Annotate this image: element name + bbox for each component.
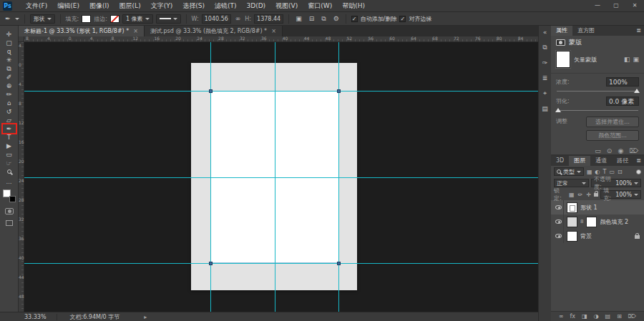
feather-slider-thumb[interactable]	[555, 108, 561, 112]
path-selection-tool[interactable]: ▶	[3, 142, 16, 150]
new-layer-icon[interactable]: ⊞	[617, 313, 622, 320]
quick-mask-icon[interactable]	[5, 208, 14, 214]
apply-mask-icon[interactable]: ⊙	[607, 147, 613, 154]
width-field[interactable]: 1040.56	[202, 14, 231, 24]
menu-item-0[interactable]: 文件(F)	[21, 0, 52, 11]
zoom-level-field[interactable]: 33.33%	[24, 314, 57, 320]
fill-swatch[interactable]	[82, 15, 91, 23]
menu-item-3[interactable]: 图层(L)	[114, 0, 146, 11]
libraries-panel-icon[interactable]: ▤	[542, 105, 548, 112]
layer-name[interactable]: 背景	[580, 232, 592, 240]
filter-smart-objects-icon[interactable]: ⊡	[617, 169, 623, 175]
clone-stamp-tool[interactable]: ⌂	[3, 99, 16, 107]
tab-histogram[interactable]: 直方图	[572, 26, 600, 36]
healing-brush-tool[interactable]: ⊕	[3, 82, 16, 90]
pen-tool-preset-icon[interactable]: ✒	[4, 15, 12, 22]
opacity-dropdown[interactable]: 不透明度: 100%	[591, 179, 641, 187]
menu-item-6[interactable]: 滤镜(T)	[210, 0, 242, 11]
marquee-tool[interactable]: ▢	[3, 39, 16, 47]
panel-menu-icon[interactable]: ≣	[633, 156, 644, 166]
horizontal-guide[interactable]	[24, 263, 538, 264]
background-color-swatch[interactable]	[9, 196, 16, 202]
filter-type-layers-icon[interactable]: T	[602, 169, 608, 175]
menu-item-2[interactable]: 图像(I)	[84, 0, 114, 11]
filter-toggle-icon[interactable]	[636, 169, 641, 174]
density-slider[interactable]	[557, 91, 638, 92]
brushes-panel-icon[interactable]: ≣	[542, 74, 548, 82]
stroke-swatch[interactable]	[110, 15, 119, 23]
fill-dropdown[interactable]: 填充: 100%	[600, 190, 641, 199]
lock-position-icon[interactable]: ✛	[585, 192, 592, 198]
path-anchor-point[interactable]	[209, 89, 213, 93]
tab-layers[interactable]: 图层	[569, 156, 590, 166]
horizontal-guide[interactable]	[24, 91, 538, 92]
hand-tool[interactable]: ☞	[3, 159, 16, 167]
layer-name[interactable]: 形状 1	[580, 204, 597, 212]
align-edges-checkbox[interactable]: ✓	[399, 16, 406, 22]
close-tab-icon[interactable]: ×	[271, 26, 276, 36]
path-anchor-point[interactable]	[209, 262, 213, 265]
type-tool[interactable]: T	[3, 133, 16, 142]
mask-thumbnail[interactable]	[586, 217, 597, 227]
vector-mask-thumbnail[interactable]	[556, 51, 570, 68]
tab-paths[interactable]: 路径	[612, 156, 633, 166]
height-field[interactable]: 1378.44	[254, 14, 283, 24]
link-dimensions-icon[interactable]: ∞	[234, 15, 243, 22]
menu-item-4[interactable]: 文字(Y)	[146, 0, 178, 11]
brush-tool[interactable]: ✏	[3, 90, 16, 99]
add-vector-mask-icon[interactable]: ▣	[633, 56, 639, 63]
path-operations-icon[interactable]: ▣	[294, 15, 303, 22]
select-and-mask-button[interactable]: 选择并遮住...	[586, 117, 639, 127]
menu-item-10[interactable]: 帮助(H)	[337, 0, 370, 11]
lock-all-icon[interactable]	[594, 193, 598, 197]
layer-effects-icon[interactable]: fx	[570, 313, 575, 320]
close-button[interactable]: ✕	[625, 0, 644, 11]
feather-field[interactable]: 0.0 像素	[606, 97, 639, 106]
zoom-tool[interactable]	[3, 167, 16, 176]
feather-slider[interactable]	[557, 110, 638, 111]
filter-adjustment-layers-icon[interactable]: ◐	[595, 169, 601, 175]
adjustment-layer-icon[interactable]: ◑	[594, 313, 599, 320]
pen-tool[interactable]: ✒	[3, 124, 16, 133]
layer-thumbnail[interactable]	[567, 231, 577, 242]
filter-type-dropdown[interactable]: 类型	[554, 167, 584, 176]
tab-channels[interactable]: 通道	[590, 156, 612, 166]
add-pixel-mask-icon[interactable]: ◧	[624, 56, 630, 63]
document-tab-untitled[interactable]: 未标题-1 @ 33.3% (形状 1, RGB/8#) * ×	[19, 26, 145, 36]
visibility-cell[interactable]	[554, 214, 564, 229]
fill-layer-thumbnail[interactable]	[567, 217, 577, 227]
collapse-panels-icon[interactable]: «	[543, 29, 547, 36]
auto-add-delete-checkbox[interactable]: ✓	[351, 16, 358, 22]
document-tab-test-psd[interactable]: 测试.psd @ 33.3% (颜色填充 2, RGB/8#) * ×	[145, 26, 283, 36]
vertical-ruler[interactable]: 404812162024283236404448	[19, 42, 24, 312]
gear-icon[interactable]: ⚙	[332, 15, 341, 22]
menu-item-9[interactable]: 窗口(W)	[303, 0, 337, 11]
density-slider-thumb[interactable]	[634, 89, 640, 93]
maximize-button[interactable]: ▢	[607, 0, 625, 11]
menu-item-8[interactable]: 视图(V)	[270, 0, 303, 11]
filter-pixel-layers-icon[interactable]: ▦	[586, 169, 593, 175]
clone-source-icon[interactable]: ⌖	[543, 89, 547, 97]
horizontal-guide[interactable]	[24, 177, 538, 178]
stroke-type-dropdown[interactable]	[156, 14, 181, 24]
menu-item-7[interactable]: 3D(D)	[241, 0, 270, 11]
new-group-icon[interactable]: ▤	[605, 313, 611, 320]
quick-selection-tool[interactable]: ✳	[3, 56, 16, 64]
add-layer-mask-icon[interactable]: ◨	[582, 313, 587, 320]
filter-shape-layers-icon[interactable]: ▭	[608, 169, 615, 175]
eraser-tool[interactable]: ▱	[3, 116, 16, 124]
path-anchor-point[interactable]	[337, 89, 341, 93]
history-brush-tool[interactable]: ↺	[3, 107, 16, 116]
rectangle-tool[interactable]: ▭	[3, 150, 16, 159]
lock-pixels-icon[interactable]: ✏	[577, 192, 584, 198]
close-tab-icon[interactable]: ×	[133, 26, 138, 36]
history-panel-icon[interactable]: ⧉	[542, 44, 547, 51]
edit-toolbar-icon[interactable]: …	[6, 179, 12, 185]
link-layers-icon[interactable]: ∞	[559, 313, 564, 320]
menu-item-1[interactable]: 编辑(E)	[52, 0, 84, 11]
delete-layer-icon[interactable]: ⌦	[628, 313, 636, 320]
horizontal-ruler[interactable]: 8404812162024283236404448525660646872768…	[24, 36, 538, 42]
minimize-button[interactable]: —	[588, 0, 607, 11]
menu-item-5[interactable]: 选择(S)	[177, 0, 210, 11]
layer-row-background[interactable]: 背景	[551, 229, 644, 243]
